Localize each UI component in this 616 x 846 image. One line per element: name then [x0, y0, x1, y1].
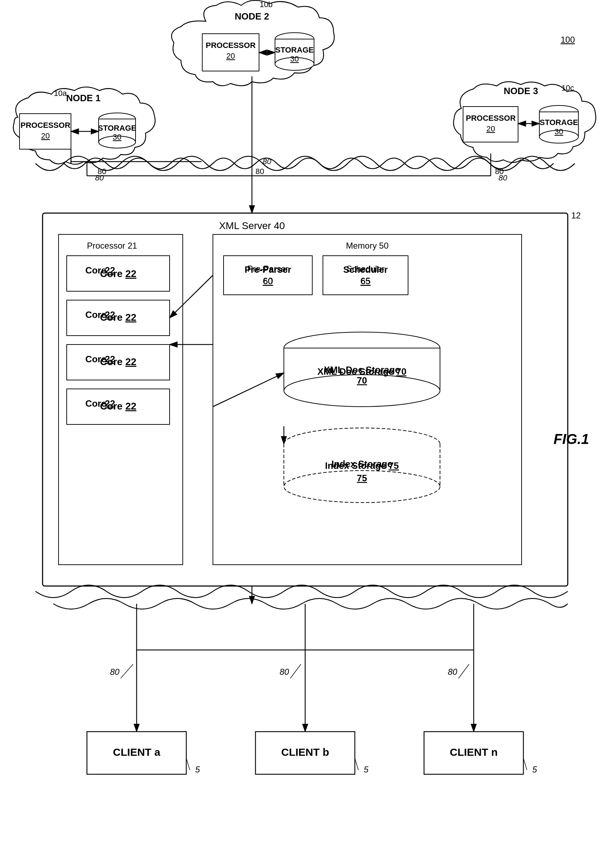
diagram-container: NODE 2 10b PROCESSOR 20 STORAGE 30 NODE …: [0, 0, 616, 846]
indexstorage-body-bg: [284, 444, 440, 487]
node3-processor-label: PROCESSOR: [466, 114, 516, 122]
node2-storage-ref: 30: [290, 54, 299, 63]
core4-text: Core 22: [100, 401, 136, 412]
core2-label: Core: [85, 309, 106, 320]
server-ref: 12: [571, 210, 581, 220]
node3-ref: 10c: [561, 84, 574, 92]
node3-storage-bottom: [539, 130, 578, 143]
node1-storage-label: STORAGE: [98, 124, 136, 132]
core4-ref: 22: [105, 398, 115, 409]
conn-label-n3: 80: [495, 167, 503, 176]
scheduler-ref-text: 65: [361, 276, 371, 286]
core4-box: [67, 389, 170, 424]
node2-storage-top: [275, 33, 314, 46]
main-cloud-wavy-bottom: [35, 585, 568, 598]
xmldoc-text: XML Doc Storage 70: [318, 366, 407, 377]
server-boundary: [43, 213, 568, 586]
clientn-label: CLIENT n: [450, 746, 498, 758]
indexstorage-bottom: [284, 471, 440, 503]
node3-storage-label: STORAGE: [540, 118, 578, 127]
core1-box: [67, 256, 170, 291]
xmldoc-label: XML Doc Storage: [324, 364, 400, 375]
core3-label: Core: [85, 354, 106, 364]
clienta-label: CLIENT a: [113, 746, 160, 758]
node2-storage-bottom: [275, 57, 314, 70]
processor21-container: [59, 234, 183, 565]
node1-processor-ref: 20: [41, 131, 50, 140]
core1-label: Core: [85, 265, 106, 276]
core2-text: Core 22: [100, 312, 136, 323]
scheduler-label: Scheduler: [346, 264, 385, 274]
preparser-ref-text: 60: [263, 276, 273, 286]
clienta-ref: 5: [195, 765, 200, 774]
xmldoc-ref: 70: [357, 375, 367, 386]
node2-storage-body: [275, 39, 314, 64]
clienta-box: [87, 732, 186, 774]
memory50-label: Memory 50: [346, 241, 389, 250]
processor21-label: Processor 21: [87, 241, 137, 250]
node3-storage-ref: 30: [554, 127, 563, 136]
node1-storage-ref: 30: [113, 132, 121, 141]
xmldoc-top: [284, 332, 440, 364]
label-80-n2-top: 80: [263, 157, 271, 166]
node1-storage-bottom: [99, 136, 136, 148]
top-network-wavy: [64, 158, 554, 169]
memory50-container: [213, 234, 522, 565]
core4-label: Core: [85, 398, 106, 409]
ref-100: 100: [561, 35, 575, 44]
xmldoc-bottom: [284, 375, 440, 407]
conn-bottom-80-b: 80: [280, 667, 289, 677]
conn-bottom-80-a: 80: [110, 667, 120, 677]
node2-ref: 10b: [260, 0, 273, 9]
conn-label-n1: 80: [98, 167, 106, 176]
core3-ref: 22: [105, 354, 115, 364]
core2-box: [67, 300, 170, 335]
core1-ref: 22: [105, 265, 115, 276]
fig1-label: FIG.1: [554, 431, 589, 447]
clientb-label: CLIENT b: [282, 746, 329, 758]
label-80-n1-top: 80: [95, 173, 104, 182]
clientn-box: [424, 732, 524, 774]
indexstorage-label: Index Storage: [331, 459, 392, 469]
label-80-n3-top: 80: [499, 173, 507, 182]
clientb-ref-tick: [355, 758, 358, 770]
node2-processor-box: [202, 34, 259, 71]
node2-label: NODE 2: [235, 11, 269, 22]
node1-label: NODE 1: [66, 93, 101, 103]
conn-bottom-80-n: 80: [448, 667, 458, 677]
conn-a-tick: [121, 664, 133, 678]
node2-processor-ref: 20: [226, 51, 235, 60]
preparser-label: Pre-Parser: [247, 264, 289, 274]
scheduler-box: [323, 256, 408, 295]
node2-storage-label: STORAGE: [275, 46, 314, 54]
node1-cloud: NODE 1 10a: [13, 87, 155, 165]
node2-cloud: NODE 2 10b: [172, 0, 334, 85]
node2-processor-label: PROCESSOR: [206, 41, 256, 50]
conn-n-tick: [458, 664, 469, 678]
conn-label-n2: 80: [255, 167, 264, 176]
xmldoc-body: [284, 348, 440, 391]
node3-processor-box: [463, 107, 518, 142]
server-label: XML Server 40: [219, 220, 285, 231]
node1-processor-box: [19, 114, 71, 149]
conn-b-tick: [290, 664, 301, 678]
core2-ref: 22: [105, 309, 115, 320]
core1-text: Core 22: [100, 268, 136, 279]
preparser-ref: 60: [263, 276, 273, 286]
core3-box: [67, 344, 170, 380]
node3-processor-ref: 20: [487, 124, 495, 133]
preparser-box: [224, 256, 312, 295]
clienta-ref-tick: [186, 758, 190, 770]
node1-ref: 10a: [54, 89, 67, 98]
scheduler-ref: 65: [361, 276, 370, 286]
core3-text: Core 22: [100, 356, 136, 367]
bottom-network-wavy: [53, 599, 568, 609]
indexstorage-ref: 75: [357, 473, 367, 483]
proc-to-xmldoc: [213, 373, 284, 407]
clientb-ref: 5: [364, 765, 369, 774]
node1-processor-label: PROCESSOR: [21, 121, 70, 129]
node3-cloud: NODE 3 10c: [453, 82, 596, 163]
node1-storage-body: [99, 119, 136, 142]
node3-label: NODE 3: [504, 85, 538, 96]
clientb-box: [255, 732, 355, 774]
